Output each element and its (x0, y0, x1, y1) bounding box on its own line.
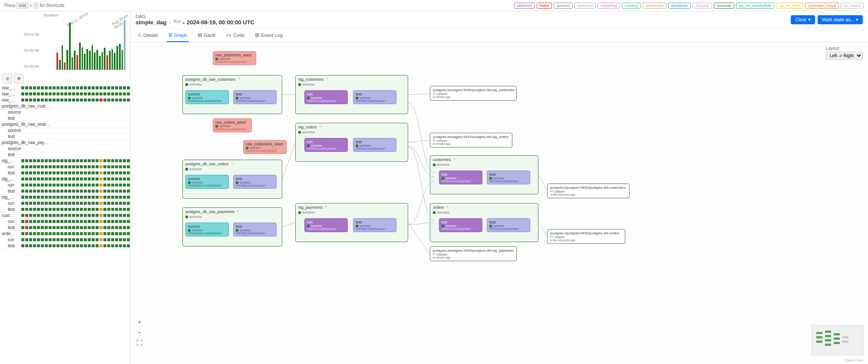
task-instance-square[interactable] (123, 98, 126, 102)
task-instance-square[interactable] (72, 232, 75, 235)
task-instance-square[interactable] (45, 184, 48, 187)
task-instance-square[interactable] (107, 184, 110, 187)
task-instance-square[interactable] (21, 244, 24, 247)
tree-row[interactable]: test (0, 152, 130, 158)
task-instance-square[interactable] (68, 86, 71, 89)
task-instance-square[interactable] (84, 171, 87, 174)
task-instance-square[interactable] (123, 177, 126, 180)
duration-bar[interactable] (94, 52, 96, 70)
task-instance-square[interactable] (29, 98, 32, 102)
task-instance-square[interactable] (56, 98, 59, 102)
task-instance-square[interactable] (53, 238, 56, 241)
task-instance-square[interactable] (99, 208, 102, 211)
duration-bar[interactable] (114, 53, 116, 70)
node-test[interactable]: testsuccessDbtTestLocalOperator (487, 218, 530, 232)
task-instance-square[interactable] (111, 196, 114, 199)
task-instance-square[interactable] (21, 226, 24, 229)
task-instance-square[interactable] (25, 232, 28, 235)
task-instance-square[interactable] (21, 238, 24, 241)
task-instance-square[interactable] (103, 220, 106, 223)
task-instance-square[interactable] (25, 92, 28, 95)
task-instance-square[interactable] (41, 98, 44, 102)
task-instance-square[interactable] (76, 165, 79, 168)
task-instance-square[interactable] (127, 214, 130, 217)
task-instance-square[interactable] (49, 86, 52, 89)
group-pg-raw-customers[interactable]: postgres_db_raw_customers ⌃ success sour… (182, 75, 282, 114)
task-instance-square[interactable] (68, 177, 71, 180)
task-instance-square[interactable] (76, 238, 79, 241)
task-instance-square[interactable] (115, 159, 118, 162)
task-instance-square[interactable] (99, 232, 102, 235)
task-instance-square[interactable] (107, 208, 110, 211)
group-stg-payments[interactable]: stg_payments ⌃ success runsuccessDbtRunL… (295, 203, 408, 242)
task-instance-square[interactable] (107, 214, 110, 217)
task-instance-square[interactable] (76, 98, 79, 102)
task-instance-square[interactable] (41, 92, 44, 95)
node-source[interactable]: sourcesuccessDbtSourceLocalOperator (185, 90, 229, 104)
task-instance-square[interactable] (41, 165, 44, 168)
task-instance-square[interactable] (72, 202, 75, 205)
task-instance-square[interactable] (49, 238, 52, 241)
task-instance-square[interactable] (115, 220, 118, 223)
task-instance-square[interactable] (29, 177, 32, 180)
task-instance-square[interactable] (68, 232, 71, 235)
task-instance-square[interactable] (115, 171, 118, 174)
task-instance-square[interactable] (41, 208, 44, 211)
tree-row[interactable]: run (0, 219, 130, 225)
task-instance-square[interactable] (60, 232, 63, 235)
tab-details[interactable]: ⚠Details (135, 29, 160, 42)
task-instance-square[interactable] (76, 86, 79, 89)
task-instance-square[interactable] (84, 92, 87, 95)
task-instance-square[interactable] (25, 86, 28, 89)
task-instance-square[interactable] (33, 220, 36, 223)
task-instance-square[interactable] (53, 244, 56, 247)
task-instance-square[interactable] (92, 226, 95, 229)
node-run[interactable]: runsuccessDbtRunLocalOperator (439, 218, 482, 232)
task-instance-square[interactable] (119, 165, 122, 168)
task-instance-square[interactable] (103, 92, 106, 95)
task-instance-square[interactable] (127, 202, 130, 205)
task-instance-square[interactable] (45, 226, 48, 229)
task-instance-square[interactable] (88, 244, 91, 247)
task-instance-square[interactable] (33, 232, 36, 235)
task-instance-square[interactable] (80, 202, 83, 205)
task-instance-square[interactable] (25, 208, 28, 211)
task-instance-square[interactable] (99, 177, 102, 180)
duration-bar[interactable] (109, 51, 111, 70)
task-instance-square[interactable] (25, 190, 28, 193)
layout-dropdown[interactable]: Left -> Right (826, 52, 863, 60)
task-instance-square[interactable] (123, 86, 126, 89)
task-instance-square[interactable] (60, 238, 63, 241)
task-instance-square[interactable] (72, 159, 75, 162)
task-instance-square[interactable] (53, 159, 56, 162)
duration-bar[interactable] (99, 56, 101, 70)
task-instance-square[interactable] (21, 171, 24, 174)
task-instance-square[interactable] (29, 220, 32, 223)
task-instance-square[interactable] (25, 244, 28, 247)
dataset-customers[interactable]: postgres://postgres:5432/postgres.dbt.cu… (547, 184, 630, 198)
task-instance-square[interactable] (29, 86, 32, 89)
task-instance-square[interactable] (103, 177, 106, 180)
task-instance-square[interactable] (92, 220, 95, 223)
task-instance-square[interactable] (64, 208, 67, 211)
task-instance-square[interactable] (33, 171, 36, 174)
task-instance-square[interactable] (127, 92, 130, 95)
task-instance-square[interactable] (103, 190, 106, 193)
task-instance-square[interactable] (84, 165, 87, 168)
task-instance-square[interactable] (41, 159, 44, 162)
task-instance-square[interactable] (103, 184, 106, 187)
task-instance-square[interactable] (99, 220, 102, 223)
task-instance-square[interactable] (68, 214, 71, 217)
task-instance-square[interactable] (21, 165, 24, 168)
task-instance-square[interactable] (111, 86, 114, 89)
task-instance-square[interactable] (96, 98, 99, 102)
task-instance-square[interactable] (111, 208, 114, 211)
task-instance-square[interactable] (29, 184, 32, 187)
duration-bar[interactable] (72, 57, 73, 70)
node-test[interactable]: testsuccessDbtTestLocalOperator (233, 223, 277, 236)
task-instance-square[interactable] (103, 232, 106, 235)
task-instance-square[interactable] (68, 171, 71, 174)
task-instance-square[interactable] (119, 244, 122, 247)
task-instance-square[interactable] (60, 92, 63, 95)
group-customers[interactable]: customers ⌃ success runsuccessDbtRunLoca… (430, 155, 538, 194)
